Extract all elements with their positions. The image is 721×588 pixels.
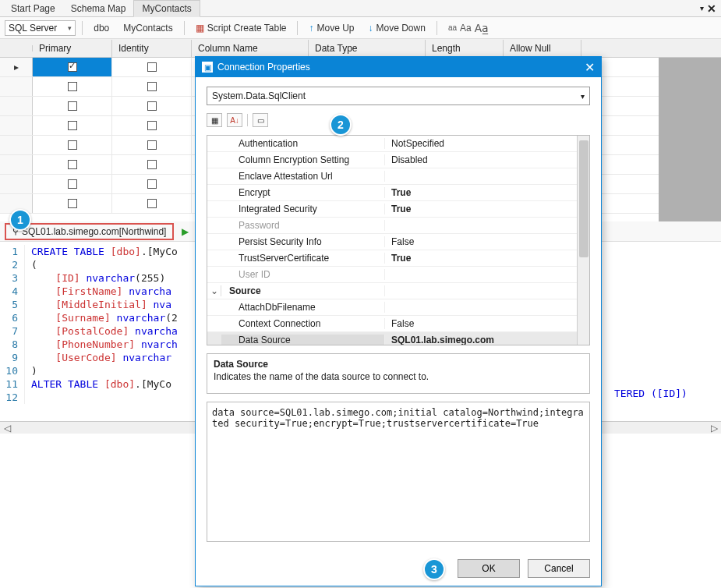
checkbox-icon[interactable] xyxy=(68,82,77,91)
connection-display[interactable]: ⚲ SQL01.lab.simego.com[Northwind] xyxy=(5,223,174,240)
property-value[interactable]: False xyxy=(385,236,589,247)
col-allow-null[interactable]: Allow Null xyxy=(504,40,581,57)
property-value[interactable]: NotSpecified xyxy=(385,138,589,149)
checkbox-icon[interactable] xyxy=(68,160,77,169)
close-tab-icon[interactable]: ✕ xyxy=(707,2,716,15)
row-header[interactable] xyxy=(0,155,33,174)
primary-cell[interactable] xyxy=(33,136,112,154)
checkbox-icon[interactable] xyxy=(68,199,77,208)
connection-string-box[interactable]: data source=SQL01.lab.simego.com;initial… xyxy=(207,402,590,542)
identity-cell[interactable] xyxy=(112,194,192,213)
primary-cell[interactable] xyxy=(33,194,112,213)
provider-select[interactable]: SQL Server ▾ xyxy=(5,20,76,36)
row-header[interactable] xyxy=(0,116,33,135)
checkbox-icon[interactable] xyxy=(147,179,157,189)
scroll-right-icon[interactable]: ▷ xyxy=(709,423,719,434)
expand-icon[interactable]: ⌄ xyxy=(207,285,221,296)
tab-schema-map[interactable]: Schema Map xyxy=(63,1,134,16)
property-grid[interactable]: AuthenticationNotSpecifiedColumn Encrypt… xyxy=(207,135,590,345)
identity-cell[interactable] xyxy=(112,116,192,135)
schema-select[interactable]: dbo xyxy=(89,21,114,35)
primary-cell[interactable] xyxy=(33,58,112,76)
row-header[interactable] xyxy=(0,175,33,193)
categorize-icon[interactable]: ▦ xyxy=(207,113,222,127)
property-row[interactable]: Data SourceSQL01.lab.simego.com xyxy=(207,332,589,345)
property-row[interactable]: Column Encryption SettingDisabled xyxy=(207,152,589,168)
property-row[interactable]: Integrated SecurityTrue xyxy=(207,201,589,218)
property-value[interactable]: True xyxy=(385,187,589,198)
property-row[interactable]: EncryptTrue xyxy=(207,185,589,201)
property-row[interactable]: Persist Security InfoFalse xyxy=(207,234,589,250)
checkbox-icon[interactable] xyxy=(68,101,77,111)
property-category-row[interactable]: ⌄Source xyxy=(207,283,589,299)
primary-cell[interactable] xyxy=(33,116,112,135)
identity-cell[interactable] xyxy=(112,58,192,76)
row-header[interactable] xyxy=(0,77,33,96)
identity-cell[interactable] xyxy=(112,97,192,115)
col-data-type[interactable]: Data Type xyxy=(309,40,426,57)
primary-cell[interactable] xyxy=(33,97,112,115)
primary-cell[interactable] xyxy=(33,77,112,96)
property-row[interactable]: AttachDbFilename xyxy=(207,299,589,316)
identity-cell[interactable] xyxy=(112,175,192,193)
tab-mycontacts[interactable]: MyContacts xyxy=(133,0,200,17)
checkbox-icon[interactable] xyxy=(147,140,157,150)
property-pages-icon[interactable]: ▭ xyxy=(253,113,268,127)
identity-cell[interactable] xyxy=(112,155,192,174)
move-down-button[interactable]: ↓ Move Down xyxy=(364,21,430,35)
col-identity[interactable]: Identity xyxy=(112,40,192,57)
property-value[interactable]: True xyxy=(385,253,589,264)
pin-icon[interactable]: ▾ xyxy=(700,4,704,12)
col-primary[interactable]: Primary xyxy=(33,40,112,57)
ok-button[interactable]: OK xyxy=(458,559,520,578)
checkbox-icon[interactable] xyxy=(147,121,157,130)
code-fragment: TERED ([ID]) xyxy=(614,388,687,399)
primary-cell[interactable] xyxy=(33,155,112,174)
font-size-buttons[interactable]: aa Aa Aa̲ xyxy=(444,20,493,36)
provider-dropdown[interactable]: System.Data.SqlClient ▾ xyxy=(207,87,590,105)
property-row[interactable]: Password xyxy=(207,218,589,234)
identity-cell[interactable] xyxy=(112,77,192,96)
callout-badge-3: 3 xyxy=(423,558,445,580)
property-scrollbar[interactable] xyxy=(577,136,589,345)
execute-button[interactable]: ▶ xyxy=(182,226,189,237)
row-header[interactable]: ▸ xyxy=(0,58,33,76)
checkbox-icon[interactable] xyxy=(68,179,77,189)
dialog-title-text: Connection Properties xyxy=(217,62,310,73)
property-row[interactable]: Context ConnectionFalse xyxy=(207,316,589,332)
identity-cell[interactable] xyxy=(112,136,192,154)
dialog-titlebar[interactable]: ▣ Connection Properties ✕ xyxy=(196,57,601,77)
property-value[interactable]: SQL01.lab.simego.com xyxy=(385,335,589,345)
property-row[interactable]: TrustServerCertificateTrue xyxy=(207,250,589,267)
checkbox-icon[interactable] xyxy=(147,199,157,208)
sort-az-icon[interactable]: A↓ xyxy=(227,113,242,127)
checkbox-icon[interactable] xyxy=(147,62,157,72)
checkbox-icon[interactable] xyxy=(147,82,157,91)
checkbox-icon[interactable] xyxy=(147,160,157,169)
checkbox-icon[interactable] xyxy=(68,140,77,150)
scrollbar-thumb[interactable] xyxy=(579,140,588,257)
table-select[interactable]: MyContacts xyxy=(118,21,177,35)
checkbox-icon[interactable] xyxy=(68,62,77,72)
col-length[interactable]: Length xyxy=(426,40,504,57)
col-column-name[interactable]: Column Name xyxy=(192,40,309,57)
row-header[interactable] xyxy=(0,136,33,154)
property-grid-toolbar: ▦ A↓ ▭ xyxy=(207,113,590,127)
checkbox-icon[interactable] xyxy=(68,121,77,130)
dialog-close-button[interactable]: ✕ xyxy=(585,60,595,75)
checkbox-icon[interactable] xyxy=(147,101,157,111)
move-up-button[interactable]: ↑ Move Up xyxy=(304,21,359,35)
primary-cell[interactable] xyxy=(33,175,112,193)
code-text xyxy=(25,391,31,404)
script-create-button[interactable]: ▦ Script Create Table xyxy=(191,21,292,35)
scroll-left-icon[interactable]: ◁ xyxy=(2,423,12,434)
property-row[interactable]: User ID xyxy=(207,267,589,283)
property-row[interactable]: AuthenticationNotSpecified xyxy=(207,136,589,152)
cancel-button[interactable]: Cancel xyxy=(528,559,590,578)
property-row[interactable]: Enclave Attestation Url xyxy=(207,168,589,185)
row-header[interactable] xyxy=(0,97,33,115)
property-value[interactable]: Disabled xyxy=(385,154,589,165)
property-value[interactable]: False xyxy=(385,318,589,329)
property-value[interactable]: True xyxy=(385,204,589,214)
tab-start-page[interactable]: Start Page xyxy=(3,1,63,16)
